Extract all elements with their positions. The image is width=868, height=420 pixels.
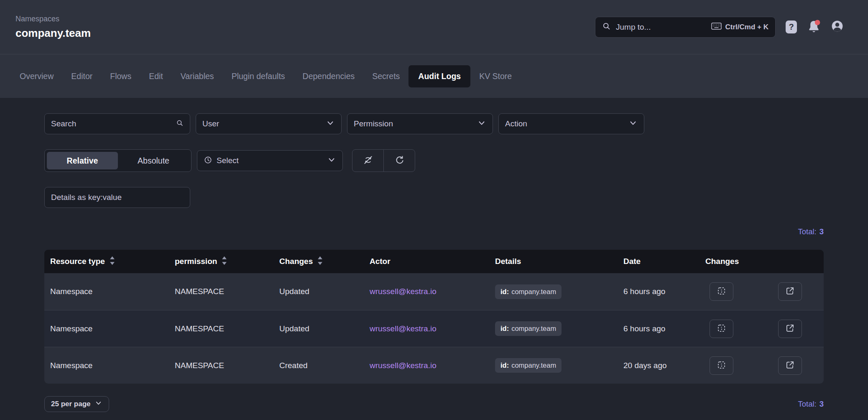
keyboard-icon [711,23,722,32]
view-changes-button[interactable] [710,282,733,301]
sort-icon[interactable] [317,256,323,267]
cell-permission: NAMESPACE [169,361,273,370]
actor-link[interactable]: wrussell@kestra.io [370,361,437,370]
sort-icon[interactable] [222,256,227,267]
tab[interactable]: Plugin defaults [223,65,294,87]
filters-row-2: Relative Absolute Select [44,149,824,172]
permission-filter-label: Permission [354,119,473,128]
diff-icon [716,286,727,297]
column-label: Changes [705,257,739,266]
chevron-down-icon [326,118,335,129]
notifications-button[interactable] [807,19,821,35]
cell-change: Updated [273,287,364,296]
column-header[interactable]: Resource type [44,256,169,267]
open-in-new-button[interactable] [778,320,802,338]
refresh-icon [394,155,405,167]
cell-resource-type: Namespace [44,324,169,333]
details-key: id: [500,288,509,296]
help-button[interactable]: ? [786,20,797,33]
table-header-row: Resource type permission Changes [44,250,824,273]
tab[interactable]: Edit [140,65,172,87]
cell-permission: NAMESPACE [169,324,273,333]
audit-logs-table: Resource type permission Changes [44,250,824,384]
auto-refresh-off-button[interactable] [352,150,383,172]
cell-actions [700,282,824,301]
column-header[interactable]: permission [169,256,273,267]
cell-details: id:company.team [489,358,618,373]
tab[interactable]: Dependencies [294,65,364,87]
refresh-button-group [352,149,415,172]
details-key: id: [500,361,509,369]
total-label: Total: [798,400,816,408]
filters-row-3 [44,187,824,208]
account-icon [831,20,844,34]
cell-actions [700,320,824,338]
open-in-new-icon [785,286,795,297]
search-input[interactable] [51,119,172,128]
chevron-down-icon [327,155,336,166]
cell-actions [700,356,824,375]
column-header[interactable]: Changes [700,257,824,266]
tab[interactable]: KV Store [470,65,521,87]
column-header[interactable]: Details [489,257,618,266]
column-header[interactable]: Changes [273,256,364,267]
permission-filter-select[interactable]: Permission [347,113,493,134]
cell-resource-type: Namespace [44,361,169,370]
tab[interactable]: Overview [11,65,62,87]
tab[interactable]: Editor [62,65,101,87]
search-icon [176,119,184,128]
relative-toggle[interactable]: Relative [47,152,118,169]
cell-actor: wrussell@kestra.io [364,324,489,333]
title-block: Namespaces company.team [15,15,91,40]
open-in-new-button[interactable] [778,282,802,301]
cell-resource-type: Namespace [44,287,169,296]
tab[interactable]: Variables [172,65,223,87]
view-changes-button[interactable] [710,356,733,375]
column-label: Details [495,257,521,266]
total-label: Total: [798,227,816,236]
breadcrumb[interactable]: Namespaces [15,15,91,23]
per-page-label: 25 per page [51,400,91,408]
total-count-top: Total:3 [44,227,824,236]
total-value: 3 [819,227,824,236]
time-range-select[interactable]: Select [197,150,343,171]
page-title: company.team [15,27,91,40]
details-input[interactable] [51,193,184,202]
actor-link[interactable]: wrussell@kestra.io [370,324,437,333]
cell-date: 6 hours ago [618,324,700,333]
time-range-label: Select [217,156,323,165]
absolute-toggle[interactable]: Absolute [118,152,189,169]
help-icon: ? [789,22,794,32]
global-search[interactable]: Jump to... Ctrl/Cmd + K [595,17,776,38]
refresh-button[interactable] [384,150,415,172]
action-filter-label: Action [505,119,624,128]
table-footer: 25 per page Total:3 [44,396,824,412]
details-value: company.team [511,361,556,369]
filters-row-1: User Permission Action [44,113,824,134]
actor-link[interactable]: wrussell@kestra.io [370,287,437,296]
total-count-bottom: Total:3 [798,400,824,409]
table-body: Namespace NAMESPACE Updated wrussell@kes… [44,273,824,384]
sort-icon[interactable] [110,256,115,267]
search-icon [602,22,611,32]
search-filter [44,113,190,134]
open-in-new-button[interactable] [778,356,802,375]
action-filter-select[interactable]: Action [498,113,644,134]
tab[interactable]: Audit Logs [408,65,470,87]
user-filter-select[interactable]: User [196,113,342,134]
table-row: Namespace NAMESPACE Updated wrussell@kes… [44,273,824,310]
view-changes-button[interactable] [710,320,733,338]
table-row: Namespace NAMESPACE Created wrussell@kes… [44,347,824,384]
cell-change: Updated [273,324,364,333]
column-header[interactable]: Actor [364,257,489,266]
per-page-select[interactable]: 25 per page [44,396,109,412]
open-in-new-icon [785,323,795,335]
tab[interactable]: Flows [101,65,140,87]
details-value: company.team [511,288,556,296]
cell-actor: wrussell@kestra.io [364,287,489,296]
cell-details: id:company.team [489,321,618,336]
tab[interactable]: Secrets [363,65,408,87]
column-header[interactable]: Date [618,257,700,266]
user-avatar[interactable] [831,20,844,34]
user-filter-label: User [202,119,322,128]
